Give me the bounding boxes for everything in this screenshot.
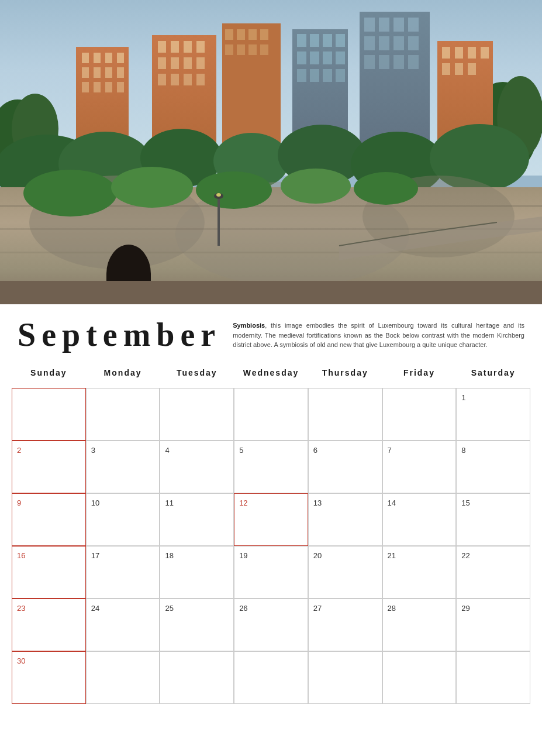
svg-point-89 bbox=[23, 170, 117, 217]
day-header-sunday: Sunday bbox=[12, 362, 86, 383]
day-number: 23 bbox=[17, 604, 25, 613]
day-number: 20 bbox=[313, 551, 322, 560]
month-description: Symbiosis, this image embodies the spiri… bbox=[233, 316, 524, 350]
svg-rect-20 bbox=[158, 41, 166, 53]
svg-rect-30 bbox=[184, 74, 192, 85]
svg-point-93 bbox=[354, 172, 418, 205]
day-number: 2 bbox=[17, 446, 21, 455]
calendar-day-cell bbox=[12, 388, 86, 441]
day-number: 6 bbox=[313, 446, 317, 455]
day-header-friday: Friday bbox=[382, 362, 457, 383]
calendar-day-cell: 14 bbox=[382, 493, 457, 546]
svg-point-92 bbox=[281, 169, 351, 204]
day-number: 17 bbox=[91, 551, 99, 560]
calendar-day-cell: 21 bbox=[382, 546, 457, 599]
calendar-day-cell: 23 bbox=[12, 599, 86, 651]
calendar-day-cell: 1 bbox=[456, 388, 530, 441]
calendar-day-cell: 26 bbox=[234, 599, 308, 651]
calendar-day-cell: 4 bbox=[160, 441, 234, 493]
day-number: 1 bbox=[461, 393, 465, 402]
calendar-day-cell: 2 bbox=[12, 441, 86, 493]
svg-rect-66 bbox=[408, 55, 419, 69]
svg-rect-96 bbox=[218, 199, 220, 246]
day-number: 5 bbox=[239, 446, 243, 455]
calendar-day-cell: 15 bbox=[456, 493, 530, 546]
day-number: 22 bbox=[461, 551, 469, 560]
svg-rect-74 bbox=[468, 63, 476, 75]
calendar-day-cell bbox=[456, 651, 530, 704]
svg-rect-64 bbox=[379, 55, 389, 69]
calendar-section: SundayMondayTuesdayWednesdayThursdayFrid… bbox=[0, 362, 542, 704]
svg-rect-10 bbox=[117, 53, 124, 63]
day-number: 13 bbox=[313, 499, 322, 507]
svg-rect-36 bbox=[260, 29, 268, 40]
svg-rect-47 bbox=[310, 51, 319, 64]
calendar-day-cell: 11 bbox=[160, 493, 234, 546]
city-illustration bbox=[0, 0, 542, 304]
calendar-day-cell: 16 bbox=[12, 546, 86, 599]
day-header-thursday: Thursday bbox=[308, 362, 382, 383]
calendar-day-cell bbox=[160, 651, 234, 704]
day-number: 24 bbox=[91, 604, 99, 613]
calendar-day-cell: 18 bbox=[160, 546, 234, 599]
day-number: 11 bbox=[165, 499, 173, 507]
day-number: 26 bbox=[239, 604, 247, 613]
calendar-day-cell: 24 bbox=[86, 599, 160, 651]
description-title: Symbiosis bbox=[233, 322, 265, 329]
day-number: 30 bbox=[17, 657, 25, 665]
calendar-day-cell: 9 bbox=[12, 493, 86, 546]
svg-rect-73 bbox=[455, 63, 463, 75]
day-header-tuesday: Tuesday bbox=[160, 362, 234, 383]
calendar-page: September Symbiosis, this image embodies… bbox=[0, 0, 542, 756]
day-number: 15 bbox=[461, 499, 469, 507]
svg-point-91 bbox=[196, 171, 272, 209]
day-header-saturday: Saturday bbox=[456, 362, 530, 383]
day-number: 29 bbox=[461, 604, 469, 613]
calendar-day-cell bbox=[86, 388, 160, 441]
day-number: 8 bbox=[461, 446, 465, 455]
svg-rect-9 bbox=[105, 53, 112, 63]
day-number: 27 bbox=[313, 604, 322, 613]
day-number: 12 bbox=[239, 499, 247, 507]
calendar-grid: 1234567891011121314151617181920212223242… bbox=[12, 388, 530, 704]
calendar-day-cell bbox=[382, 651, 457, 704]
svg-point-90 bbox=[111, 167, 193, 208]
svg-rect-52 bbox=[323, 69, 332, 82]
calendar-day-cell: 27 bbox=[308, 599, 382, 651]
svg-rect-34 bbox=[237, 29, 245, 40]
svg-rect-7 bbox=[82, 53, 89, 63]
svg-rect-70 bbox=[468, 47, 476, 59]
calendar-day-cell bbox=[308, 388, 382, 441]
calendar-day-cell: 25 bbox=[160, 599, 234, 651]
svg-rect-43 bbox=[310, 34, 319, 47]
calendar-day-cell bbox=[234, 388, 308, 441]
svg-rect-22 bbox=[184, 41, 192, 53]
svg-rect-28 bbox=[158, 74, 166, 85]
calendar-day-cell: 17 bbox=[86, 546, 160, 599]
svg-point-98 bbox=[216, 193, 221, 197]
calendar-day-cell: 22 bbox=[456, 546, 530, 599]
calendar-day-cell: 12 bbox=[234, 493, 308, 546]
svg-rect-68 bbox=[442, 47, 450, 59]
day-number: 4 bbox=[165, 446, 169, 455]
calendar-day-cell bbox=[86, 651, 160, 704]
day-number: 7 bbox=[388, 446, 392, 455]
svg-rect-71 bbox=[481, 47, 489, 59]
calendar-day-cell: 19 bbox=[234, 546, 308, 599]
calendar-day-cell: 5 bbox=[234, 441, 308, 493]
description-body: , this image embodies the spirit of Luxe… bbox=[233, 322, 524, 348]
month-title: September bbox=[18, 316, 221, 353]
svg-rect-61 bbox=[393, 36, 404, 50]
svg-rect-69 bbox=[455, 47, 463, 59]
calendar-day-cell: 28 bbox=[382, 599, 457, 651]
svg-rect-59 bbox=[364, 36, 375, 50]
svg-rect-51 bbox=[310, 69, 319, 82]
calendar-day-cell: 3 bbox=[86, 441, 160, 493]
svg-rect-46 bbox=[297, 51, 306, 64]
svg-rect-38 bbox=[237, 44, 245, 55]
day-number: 10 bbox=[91, 499, 99, 507]
svg-rect-62 bbox=[408, 36, 419, 50]
svg-rect-57 bbox=[393, 18, 404, 32]
day-number: 25 bbox=[165, 604, 173, 613]
day-number: 16 bbox=[17, 551, 25, 560]
